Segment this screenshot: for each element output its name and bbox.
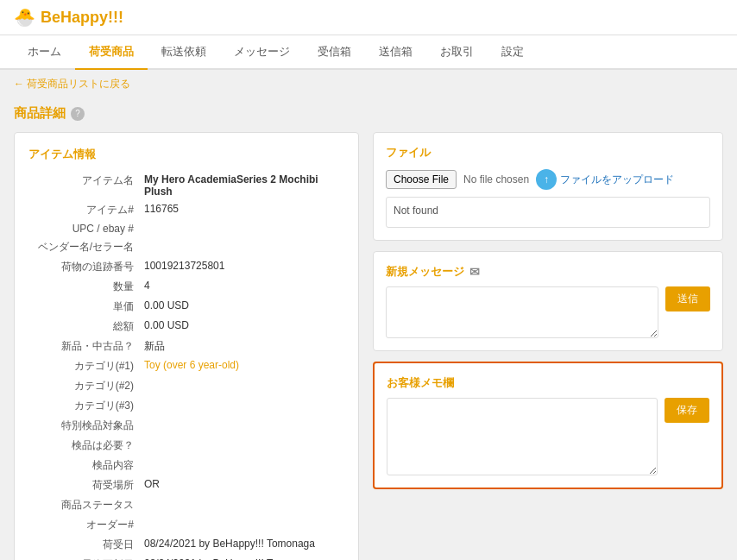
breadcrumb: 荷受商品リストに戻る: [0, 70, 737, 98]
nav-outbox[interactable]: 送信箱: [365, 35, 426, 70]
field-label: 商品ステータス: [28, 495, 141, 515]
table-row: 単価0.00 USD: [28, 297, 344, 317]
page-title: 商品詳細: [14, 105, 66, 122]
table-row: 荷受日08/24/2021 by BeHappy!!! Tomonaga: [28, 535, 344, 555]
page-title-area: 商品詳細 ?: [0, 98, 737, 125]
table-row: 商品ステータス: [28, 495, 344, 515]
field-value: [141, 515, 344, 535]
field-value: OR: [141, 475, 344, 495]
table-row: カテゴリ(#1)Toy (over 6 year-old): [28, 356, 344, 376]
field-value: 08/24/2021 by BeHappy!!! Tomonaga: [141, 535, 344, 555]
field-value: [141, 237, 344, 257]
field-label: 検品内容: [28, 456, 141, 475]
table-row: カテゴリ(#2): [28, 376, 344, 396]
field-label: アイテム#: [28, 200, 141, 220]
item-info-title: アイテム情報: [28, 147, 344, 162]
app-logo: 🐣 BeHappy!!!: [14, 7, 123, 28]
file-card: ファイル Choose File No file chosen ↑ ファイルをア…: [373, 132, 723, 241]
nav-settings[interactable]: 設定: [488, 35, 538, 70]
logo-text: BeHappy!!!: [41, 9, 123, 27]
mail-icon: ✉: [469, 265, 480, 279]
item-info-panel: アイテム情報 アイテム名My Hero AcademiaSeries 2 Moc…: [14, 132, 359, 560]
file-section-title: ファイル: [386, 145, 710, 160]
table-row: 特別検品対象品: [28, 416, 344, 436]
field-label: カテゴリ(#1): [28, 356, 141, 376]
field-value: 4: [141, 277, 344, 297]
field-label: 最終更新日: [28, 555, 141, 560]
table-row: 検品内容: [28, 456, 344, 475]
field-label: 荷受場所: [28, 475, 141, 495]
table-row: 新品・中古品？新品: [28, 337, 344, 356]
field-label: オーダー#: [28, 515, 141, 535]
table-row: ベンダー名/セラー名: [28, 237, 344, 257]
field-label: 総額: [28, 317, 141, 337]
message-title: 新規メッセージ ✉: [386, 264, 710, 280]
field-value: 0.00 USD: [141, 297, 344, 317]
not-found-box: Not found: [386, 197, 710, 228]
table-row: アイテム#116765: [28, 200, 344, 220]
memo-card: お客様メモ欄 保存: [373, 362, 723, 489]
message-input[interactable]: [386, 286, 658, 338]
field-label: ベンダー名/セラー名: [28, 237, 141, 257]
app-header: 🐣 BeHappy!!!: [0, 0, 737, 35]
table-row: カテゴリ(#3): [28, 396, 344, 416]
upload-button[interactable]: ↑ ファイルをアップロード: [536, 169, 674, 190]
field-value: 新品: [141, 337, 344, 356]
field-label: アイテム名: [28, 171, 141, 200]
nav-message[interactable]: メッセージ: [220, 35, 304, 70]
breadcrumb-link[interactable]: 荷受商品リストに戻る: [14, 78, 130, 90]
field-value: [141, 436, 344, 456]
field-label: 数量: [28, 277, 141, 297]
table-row: 荷物の追跡番号10019213725801: [28, 257, 344, 277]
field-label: 新品・中古品？: [28, 337, 141, 356]
field-value: Toy (over 6 year-old): [141, 356, 344, 376]
nav-inbox[interactable]: 受信箱: [304, 35, 365, 70]
table-row: 検品は必要？: [28, 436, 344, 456]
field-label: 検品は必要？: [28, 436, 141, 456]
choose-file-button[interactable]: Choose File: [386, 170, 457, 189]
no-file-label: No file chosen: [463, 173, 529, 186]
field-label: UPC / ebay #: [28, 220, 141, 237]
memo-row: 保存: [387, 398, 709, 475]
table-row: UPC / ebay #: [28, 220, 344, 237]
field-label: 荷受日: [28, 535, 141, 555]
help-icon[interactable]: ?: [71, 107, 85, 121]
field-value: [141, 456, 344, 475]
memo-input[interactable]: [387, 398, 658, 475]
field-value: [141, 220, 344, 237]
file-upload-row: Choose File No file chosen ↑ ファイルをアップロード: [386, 169, 710, 190]
item-info-table: アイテム名My Hero AcademiaSeries 2 Mochibi Pl…: [28, 171, 344, 560]
field-label: カテゴリ(#2): [28, 376, 141, 396]
nav-home[interactable]: ホーム: [14, 35, 75, 70]
main-nav: ホーム 荷受商品 転送依頼 メッセージ 受信箱 送信箱 お取引 設定: [0, 35, 737, 70]
send-button[interactable]: 送信: [665, 286, 710, 311]
message-card: 新規メッセージ ✉ 送信: [373, 251, 723, 351]
upload-label: ファイルをアップロード: [560, 173, 674, 187]
table-row: オーダー#: [28, 515, 344, 535]
table-row: 荷受場所OR: [28, 475, 344, 495]
field-label: 単価: [28, 297, 141, 317]
field-value: [141, 376, 344, 396]
nav-deals[interactable]: お取引: [426, 35, 488, 70]
table-row: 総額0.00 USD: [28, 317, 344, 337]
main-content: アイテム情報 アイテム名My Hero AcademiaSeries 2 Moc…: [0, 125, 737, 560]
table-row: アイテム名My Hero AcademiaSeries 2 Mochibi Pl…: [28, 171, 344, 200]
table-row: 数量4: [28, 277, 344, 297]
table-row: 最終更新日08/24/2021 by BeHappy!!! Tomonaga: [28, 555, 344, 560]
field-value: 10019213725801: [141, 257, 344, 277]
field-value: My Hero AcademiaSeries 2 Mochibi Plush: [141, 171, 344, 200]
field-value: [141, 416, 344, 436]
field-value: 0.00 USD: [141, 317, 344, 337]
upload-icon: ↑: [536, 169, 557, 190]
message-row: 送信: [386, 286, 710, 338]
nav-transfer[interactable]: 転送依頼: [148, 35, 220, 70]
field-value: [141, 396, 344, 416]
nav-received[interactable]: 荷受商品: [75, 35, 148, 70]
right-panel: ファイル Choose File No file chosen ↑ ファイルをア…: [373, 132, 723, 489]
field-label: 荷物の追跡番号: [28, 257, 141, 277]
field-value: 116765: [141, 200, 344, 220]
field-label: 特別検品対象品: [28, 416, 141, 436]
save-button[interactable]: 保存: [665, 398, 709, 423]
logo-icon: 🐣: [14, 7, 35, 28]
field-value: 08/24/2021 by BeHappy!!! Tomonaga: [141, 555, 344, 560]
